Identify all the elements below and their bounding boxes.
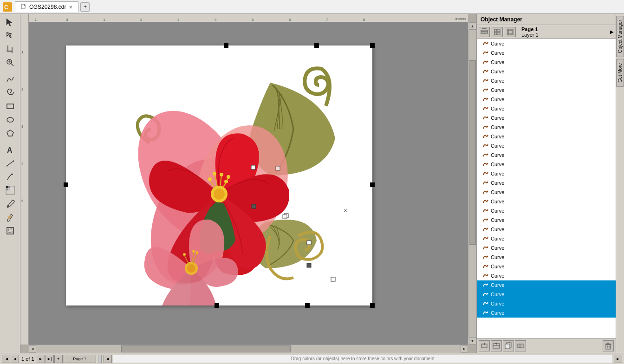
prev-scroll-btn[interactable]: ◄	[104, 355, 112, 363]
polygon-tool[interactable]	[2, 127, 19, 140]
curve-label-21: Curve	[491, 236, 504, 241]
curve-item-28[interactable]: Curve	[477, 299, 616, 308]
curve-item-16[interactable]: Curve	[477, 188, 616, 197]
add-page-btn[interactable]: +	[54, 355, 63, 363]
dimension-tool[interactable]	[2, 157, 19, 170]
curve-item-6[interactable]: Curve	[477, 95, 616, 104]
curve-item-23[interactable]: Curve	[477, 253, 616, 262]
prev-page-btn[interactable]: ◄	[11, 355, 19, 363]
curve-item-9[interactable]: Curve	[477, 123, 616, 132]
om-objects-btn[interactable]	[492, 27, 503, 37]
curve-item-0[interactable]: Curve	[477, 39, 616, 48]
curve-item-8[interactable]: Curve	[477, 113, 616, 123]
shape-edit-tool[interactable]	[2, 29, 19, 42]
blend-tool[interactable]	[2, 184, 19, 197]
curve-item-13[interactable]: Curve	[477, 160, 616, 169]
curve-item-20[interactable]: Curve	[477, 225, 616, 234]
om-layer-settings-btn[interactable]	[515, 340, 526, 351]
om-new-master-btn[interactable]	[491, 340, 502, 351]
zoom-tool[interactable]	[2, 56, 19, 69]
scroll-thumb-vertical[interactable]	[469, 60, 476, 245]
rectangle-tool[interactable]	[2, 100, 19, 113]
freehand-tool[interactable]	[2, 73, 19, 86]
selection-handle-mid-left[interactable]	[64, 182, 68, 187]
get-more-tab[interactable]: Get More	[616, 59, 624, 87]
selection-handle-top-mid[interactable]	[224, 43, 228, 48]
curve-label-13: Curve	[491, 162, 504, 167]
object-list[interactable]: Curve Curve Curve Curve Curve Curve Curv…	[477, 39, 616, 338]
curve-item-22[interactable]: Curve	[477, 243, 616, 253]
scroll-track-vertical[interactable]	[468, 30, 476, 337]
crop-tool[interactable]	[2, 43, 19, 56]
selection-handle-top-right[interactable]	[370, 43, 375, 48]
selection-handle-mid-right[interactable]	[370, 182, 375, 187]
curve-item-1[interactable]: Curve	[477, 48, 616, 58]
curve-item-7[interactable]: Curve	[477, 104, 616, 113]
next-page-btn[interactable]: ►	[37, 355, 45, 363]
curve-item-11[interactable]: Curve	[477, 141, 616, 150]
curve-item-18[interactable]: Curve	[477, 206, 616, 215]
om-expand-arrow[interactable]: ▶	[610, 29, 614, 34]
om-new-layer-btn[interactable]	[479, 340, 490, 351]
curve-item-3[interactable]: Curve	[477, 67, 616, 76]
curve-item-25[interactable]: Curve	[477, 271, 616, 280]
last-page-btn[interactable]: ►|	[46, 355, 54, 363]
curve-icon-5	[482, 87, 489, 93]
scroll-down-btn[interactable]: ▼	[469, 337, 476, 344]
scroll-up-btn[interactable]: ▲	[469, 22, 476, 30]
spiral-tool[interactable]	[2, 86, 19, 99]
horizontal-scrollbar[interactable]: ◄ ►	[29, 344, 468, 353]
om-copy-layer-btn[interactable]	[503, 340, 514, 351]
svg-marker-13	[7, 130, 13, 136]
curve-item-10[interactable]: Curve	[477, 132, 616, 141]
scroll-thumb-horizontal[interactable]	[121, 345, 291, 352]
selector-tool[interactable]	[2, 16, 19, 29]
outline-tool[interactable]	[2, 224, 19, 237]
curve-item-5[interactable]: Curve	[477, 85, 616, 95]
curve-item-17[interactable]: Curve	[477, 197, 616, 206]
om-delete-btn[interactable]	[603, 340, 614, 351]
canvas-viewport[interactable]: ×	[29, 22, 468, 344]
first-page-btn[interactable]: |◄	[2, 355, 10, 363]
om-view-btn[interactable]	[505, 27, 516, 37]
scroll-right-btn[interactable]: ►	[461, 345, 468, 353]
curve-item-12[interactable]: Curve	[477, 150, 616, 160]
add-tab-button[interactable]: +	[80, 2, 90, 12]
object-manager-tab[interactable]: Object Manager	[616, 16, 624, 57]
ellipse-tool[interactable]	[2, 113, 19, 126]
om-layers-btn[interactable]	[479, 27, 490, 37]
page-name-tab[interactable]: Page 1	[64, 355, 96, 363]
fill-tool[interactable]	[2, 211, 19, 224]
curve-item-29[interactable]: Curve	[477, 308, 616, 318]
curve-item-4[interactable]: Curve	[477, 76, 616, 85]
selection-handle-top-right-third[interactable]	[314, 43, 319, 48]
side-tabs: Object Manager Get More	[616, 14, 624, 353]
ruler-tick: 3	[177, 18, 179, 22]
color-palette-hint[interactable]: Drag colors (or objects) here to store t…	[113, 355, 613, 363]
curve-item-26[interactable]: Curve	[477, 280, 616, 290]
eyedropper-tool[interactable]	[2, 197, 19, 210]
curve-item-19[interactable]: Curve	[477, 215, 616, 225]
ruler-tick: 4	[214, 18, 216, 22]
selection-handle-bottom-mid-right[interactable]	[305, 303, 310, 308]
selection-handle-bottom-right[interactable]	[370, 303, 375, 308]
svg-line-8	[11, 64, 13, 66]
curve-item-21[interactable]: Curve	[477, 234, 616, 243]
next-scroll-btn[interactable]: ►	[614, 355, 622, 363]
curve-item-2[interactable]: Curve	[477, 58, 616, 67]
svg-rect-20	[6, 186, 8, 188]
file-tab[interactable]: CGS20298.cdr ✕	[15, 1, 78, 12]
curve-item-14[interactable]: Curve	[477, 169, 616, 178]
curve-item-24[interactable]: Curve	[477, 262, 616, 271]
tab-close[interactable]: ✕	[69, 5, 72, 10]
scroll-left-btn[interactable]: ◄	[29, 345, 36, 353]
curve-item-27[interactable]: Curve	[477, 290, 616, 299]
scroll-track-horizontal[interactable]	[36, 345, 461, 353]
curve-item-15[interactable]: Curve	[477, 178, 616, 188]
selection-handle-bottom-mid-left[interactable]	[214, 303, 219, 308]
svg-text:×: ×	[344, 208, 347, 214]
text-tool[interactable]: A	[2, 143, 19, 156]
connector-tool[interactable]	[2, 170, 19, 183]
svg-text:C: C	[4, 4, 8, 11]
vertical-scrollbar[interactable]: ▲ ▼	[468, 22, 476, 344]
